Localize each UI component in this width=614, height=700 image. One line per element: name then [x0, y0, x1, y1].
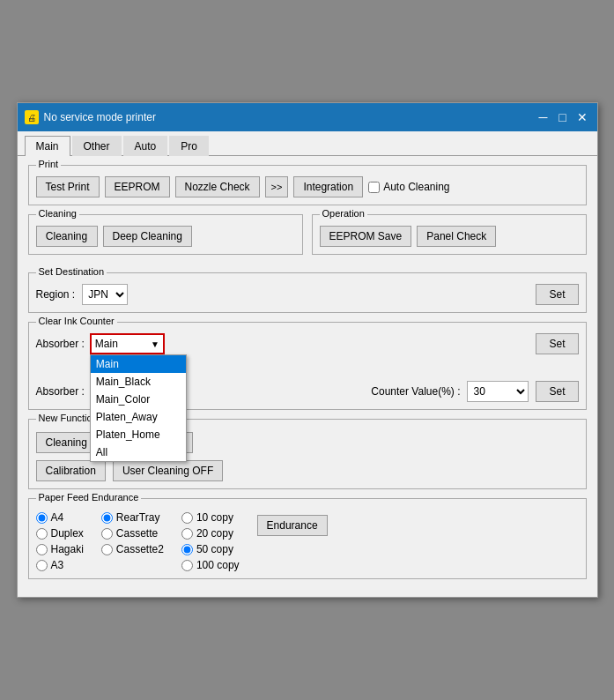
clear-ink-counter-title: Clear Ink Counter — [36, 316, 117, 326]
minimize-button[interactable]: ─ — [536, 109, 551, 125]
endurance-container: Endurance — [257, 511, 328, 571]
cleaning-section: Cleaning Cleaning Deep Cleaning — [28, 214, 303, 255]
paper-source-group: RearTray Cassette Cassette2 — [101, 511, 164, 571]
radio-a4-label[interactable]: A4 — [36, 511, 84, 524]
radio-reartray[interactable] — [101, 512, 113, 524]
new-function-buttons-row2: Calibration User Cleaning OFF — [36, 460, 579, 481]
radio-10copy-label[interactable]: 10 copy — [181, 511, 240, 524]
tab-other[interactable]: Other — [72, 136, 122, 156]
window-controls: ─ □ ✕ — [536, 109, 590, 125]
user-cleaning-off-button[interactable]: User Cleaning OFF — [113, 460, 223, 481]
set-destination-title: Set Destination — [36, 266, 107, 277]
radio-100copy-label[interactable]: 100 copy — [181, 559, 240, 571]
radio-50copy[interactable] — [181, 544, 193, 555]
print-section: Print Test Print EEPROM Nozzle Check >> … — [28, 165, 587, 205]
window-icon: 🖨 — [25, 110, 39, 124]
auto-cleaning-checkbox[interactable] — [368, 182, 380, 193]
radio-duplex-label[interactable]: Duplex — [36, 527, 84, 540]
dropdown-arrow-icon: ▼ — [151, 339, 159, 349]
cleaning-button[interactable]: Cleaning — [36, 226, 98, 247]
paper-feed-section: Paper Feed Endurance A4 Duplex Hagaki — [28, 498, 587, 579]
tab-bar: Main Other Auto Pro — [18, 131, 597, 156]
radio-a3[interactable] — [36, 560, 48, 571]
operation-section: Operation EEPROM Save Panel Check — [312, 214, 587, 255]
radio-100copy[interactable] — [181, 560, 193, 571]
cleaning-section-title: Cleaning — [36, 208, 79, 219]
title-bar: 🖨 No service mode printer ─ □ ✕ — [18, 103, 597, 131]
radio-a3-text: A3 — [51, 559, 64, 571]
radio-10copy-text: 10 copy — [196, 511, 233, 524]
auto-cleaning-label[interactable]: Auto Cleaning — [368, 181, 449, 193]
calibration-button[interactable]: Calibration — [36, 460, 106, 481]
copy-options-group: 10 copy 20 copy 50 copy 100 copy — [181, 511, 240, 571]
radio-20copy-text: 20 copy — [196, 527, 233, 540]
ink-counter-set-button[interactable]: Set — [536, 333, 578, 354]
radio-a4-text: A4 — [51, 511, 64, 524]
region-select[interactable]: JPN EUR USA — [82, 284, 128, 305]
tab-pro[interactable]: Pro — [169, 136, 209, 156]
endurance-button[interactable]: Endurance — [257, 515, 328, 536]
radio-reartray-label[interactable]: RearTray — [101, 511, 164, 524]
radio-cassette2-text: Cassette2 — [116, 543, 164, 555]
region-set-button[interactable]: Set — [536, 284, 578, 305]
nozzle-check-button[interactable]: Nozzle Check — [175, 176, 260, 197]
dropdown-item-platen-away[interactable]: Platen_Away — [91, 408, 186, 426]
dropdown-item-main[interactable]: Main — [91, 355, 186, 373]
absorber-dropdown-trigger[interactable]: Main ▼ — [90, 333, 165, 354]
radio-duplex[interactable] — [36, 528, 48, 540]
deep-cleaning-button[interactable]: Deep Cleaning — [103, 226, 192, 247]
radio-100copy-text: 100 copy — [196, 559, 240, 571]
operation-section-title: Operation — [320, 208, 367, 219]
radio-reartray-text: RearTray — [116, 511, 160, 524]
test-print-button[interactable]: Test Print — [36, 176, 100, 197]
maximize-button[interactable]: □ — [555, 109, 571, 125]
panel-check-button[interactable]: Panel Check — [417, 226, 496, 247]
paper-feed-content: A4 Duplex Hagaki A3 — [36, 511, 579, 571]
absorber-selected: Main — [95, 338, 118, 350]
radio-cassette-label[interactable]: Cassette — [101, 527, 164, 540]
main-content: Print Test Print EEPROM Nozzle Check >> … — [18, 156, 597, 597]
radio-duplex-text: Duplex — [51, 527, 84, 540]
window-title: No service mode printer — [44, 111, 536, 123]
main-window: 🖨 No service mode printer ─ □ ✕ Main Oth… — [17, 102, 598, 598]
radio-a3-label[interactable]: A3 — [36, 559, 84, 571]
radio-hagaki-text: Hagaki — [51, 543, 84, 555]
dropdown-item-all[interactable]: All — [91, 443, 186, 461]
radio-50copy-text: 50 copy — [196, 543, 233, 555]
radio-cassette2[interactable] — [101, 544, 113, 555]
radio-cassette[interactable] — [101, 528, 113, 540]
eeprom-button[interactable]: EEPROM — [105, 176, 170, 197]
integration-button[interactable]: Integration — [293, 176, 363, 197]
auto-cleaning-text: Auto Cleaning — [383, 181, 449, 193]
absorber-dropdown-container: Main ▼ Main Main_Black Main_Color Platen… — [90, 333, 165, 354]
dropdown-item-main-color[interactable]: Main_Color — [91, 391, 186, 408]
radio-20copy[interactable] — [181, 528, 193, 540]
arrow-button[interactable]: >> — [265, 176, 289, 197]
absorber-dropdown-list: Main Main_Black Main_Color Platen_Away P… — [90, 354, 187, 462]
radio-hagaki-label[interactable]: Hagaki — [36, 543, 84, 555]
close-button[interactable]: ✕ — [574, 109, 590, 125]
print-section-title: Print — [36, 159, 62, 169]
region-label: Region : — [36, 288, 76, 301]
dropdown-item-main-black[interactable]: Main_Black — [91, 373, 186, 391]
absorber-label: Absorber : — [36, 338, 85, 350]
radio-cassette-text: Cassette — [116, 527, 158, 540]
radio-50copy-label[interactable]: 50 copy — [181, 543, 240, 555]
tab-auto[interactable]: Auto — [123, 136, 168, 156]
counter-value-select[interactable]: 30 50 75 100 — [467, 381, 529, 402]
dropdown-item-platen-home[interactable]: Platen_Home — [91, 426, 186, 443]
radio-10copy[interactable] — [181, 512, 193, 524]
set-destination-section: Set Destination Region : JPN EUR USA Set — [28, 272, 587, 313]
paper-size-group: A4 Duplex Hagaki A3 — [36, 511, 84, 571]
radio-hagaki[interactable] — [36, 544, 48, 555]
eeprom-save-button[interactable]: EEPROM Save — [320, 226, 412, 247]
tab-main[interactable]: Main — [25, 136, 70, 156]
paper-feed-title: Paper Feed Endurance — [36, 492, 142, 503]
clear-ink-counter-section: Clear Ink Counter Absorber : Main ▼ Main… — [28, 322, 587, 410]
radio-cassette2-label[interactable]: Cassette2 — [101, 543, 164, 555]
counter-value-set-button[interactable]: Set — [536, 381, 578, 402]
radio-a4[interactable] — [36, 512, 48, 524]
ink-absorber-label: Absorber : — [36, 385, 85, 398]
counter-value-label: Counter Value(%) : — [371, 385, 460, 398]
radio-20copy-label[interactable]: 20 copy — [181, 527, 240, 540]
